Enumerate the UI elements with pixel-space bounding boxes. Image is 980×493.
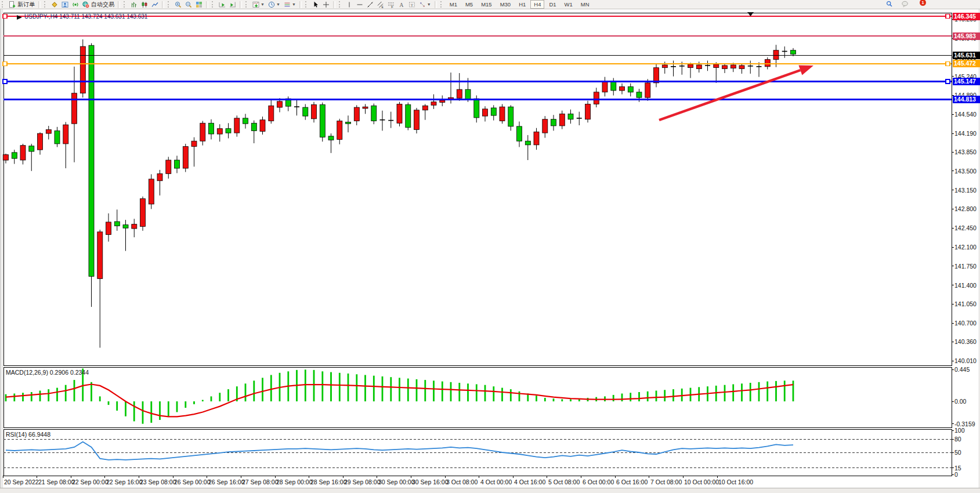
zoom-in-button[interactable] <box>173 1 183 8</box>
candle-body <box>38 133 43 150</box>
arrows-icon <box>419 1 426 8</box>
orange-line-right-handle[interactable] <box>946 61 950 66</box>
text-icon: A <box>398 1 405 8</box>
cursor-button[interactable] <box>311 1 320 8</box>
resistance-line-1-price-badge: 146.345 <box>953 13 980 20</box>
candlestick-chart-button[interactable] <box>140 1 149 8</box>
price-axis-label: 143.850 <box>954 148 977 155</box>
candle-body <box>602 81 607 92</box>
date-axis-label: 22 Sep 00:00 <box>72 478 108 485</box>
line-chart-button[interactable] <box>150 1 160 8</box>
notification-badge: 1 <box>920 0 926 6</box>
chart-canvas[interactable] <box>0 0 980 493</box>
date-axis-label: 20 Sep 2022 <box>4 478 39 485</box>
timeframe-H4-button[interactable]: H4 <box>530 0 544 9</box>
bar-chart-button[interactable] <box>129 1 139 8</box>
bid-line-price-badge: 145.631 <box>953 52 980 59</box>
arrows-button[interactable]: ▼ <box>418 1 432 8</box>
candle-body <box>114 222 120 226</box>
candle-body <box>722 66 728 69</box>
candle-body <box>200 123 205 141</box>
chart-shift-icon <box>229 1 236 8</box>
search-button[interactable] <box>885 1 895 8</box>
auto-scroll-button[interactable] <box>218 1 227 8</box>
status-bar <box>0 488 980 493</box>
price-axis-label: 141.750 <box>954 263 977 270</box>
market-watch-button[interactable] <box>50 1 59 8</box>
chart-shift-button[interactable] <box>228 1 237 8</box>
toolbar-separator <box>299 1 302 8</box>
timeframe-D1-button[interactable]: D1 <box>545 0 559 9</box>
candle-body <box>620 87 625 91</box>
candle-body <box>106 222 111 235</box>
candle-body <box>491 108 496 115</box>
toolbar-grip <box>212 1 216 8</box>
notifications-button[interactable]: 1 <box>901 1 911 8</box>
candle-body <box>183 147 188 169</box>
timeframe-W1-button[interactable]: W1 <box>561 0 576 9</box>
candle-body <box>371 106 377 121</box>
candle-body <box>431 102 436 106</box>
auto-trading-button[interactable]: 自动交易 <box>81 1 115 8</box>
candle-body <box>243 118 248 124</box>
timeframe-M30-button[interactable]: M30 <box>497 0 514 9</box>
support-line-1-right-handle[interactable] <box>946 79 950 84</box>
text-button[interactable]: A <box>397 1 406 8</box>
navigator-button[interactable] <box>60 1 70 8</box>
signal-icon <box>72 1 79 8</box>
signal-button[interactable] <box>71 1 80 8</box>
timeframe-M1-button[interactable]: M1 <box>446 0 461 9</box>
zoom-out-button[interactable] <box>184 1 193 8</box>
periods-button[interactable]: ▼ <box>267 1 281 8</box>
timeframe-M5-button[interactable]: M5 <box>462 0 476 9</box>
tile-windows-button[interactable] <box>194 1 204 8</box>
timeframe-M15-button[interactable]: M15 <box>478 0 495 9</box>
search-icon <box>886 1 894 9</box>
price-axis-label: 144.190 <box>954 130 977 137</box>
candle-body <box>166 160 171 173</box>
macd-pane[interactable] <box>3 368 952 428</box>
toolbar-grip <box>305 1 309 8</box>
templates-button[interactable]: ▼ <box>283 1 297 8</box>
candle-body <box>226 129 231 133</box>
crosshair-button[interactable] <box>321 1 331 8</box>
candle-body <box>320 104 325 137</box>
timeframe-H1-button[interactable]: H1 <box>515 0 529 9</box>
candle-body <box>3 155 9 160</box>
timeframe-MN-button[interactable]: MN <box>577 0 593 9</box>
new-order-button[interactable]: 新订单 <box>8 1 36 8</box>
candle-body <box>714 64 719 68</box>
date-axis-label: 26 Sep 00:00 <box>174 478 210 485</box>
horizontal-line-button[interactable] <box>355 1 364 8</box>
toolbar-separator <box>118 1 120 8</box>
dropdown-caret-icon[interactable]: ▼ <box>292 2 296 6</box>
resistance-line-1-left-handle[interactable] <box>3 14 7 19</box>
dropdown-caret-icon[interactable]: ▼ <box>276 2 280 6</box>
horizontal-line-icon <box>356 1 363 8</box>
macd-indicator-label: MACD(12,26,9) 0.2906 0.2344 <box>6 369 89 376</box>
trendline-button[interactable] <box>366 1 375 8</box>
vertical-line-button[interactable] <box>345 1 354 8</box>
dropdown-caret-icon[interactable]: ▼ <box>427 2 431 6</box>
price-axis-label: 140.700 <box>954 320 977 327</box>
dropdown-caret-icon[interactable]: ▼ <box>261 2 265 6</box>
date-axis-label: 4 Oct 00:00 <box>480 478 512 485</box>
rsi-indicator-label: RSI(14) 66.9448 <box>6 431 50 438</box>
price-axis-label: 140.360 <box>954 338 977 345</box>
support-line-1-left-handle[interactable] <box>3 79 7 84</box>
resistance-line-1-right-handle[interactable] <box>946 14 950 19</box>
fibonacci-button[interactable]: F <box>386 1 396 8</box>
support-line-1-price-badge: 145.147 <box>953 78 980 85</box>
candle-body <box>217 129 222 134</box>
zoom-out-icon <box>185 1 192 8</box>
text-label-button[interactable]: T <box>407 1 417 8</box>
candle-body <box>422 106 428 110</box>
equidistant-channel-button[interactable]: E <box>376 1 385 8</box>
date-axis-label: 30 Sep 16:00 <box>412 478 448 485</box>
line-chart-icon <box>151 1 158 8</box>
price-axis-label: 141.050 <box>954 300 977 307</box>
orange-line-left-handle[interactable] <box>3 61 7 66</box>
candle-body <box>594 92 599 104</box>
candle-body <box>414 110 420 130</box>
indicators-button[interactable]: ▼ <box>251 1 266 8</box>
